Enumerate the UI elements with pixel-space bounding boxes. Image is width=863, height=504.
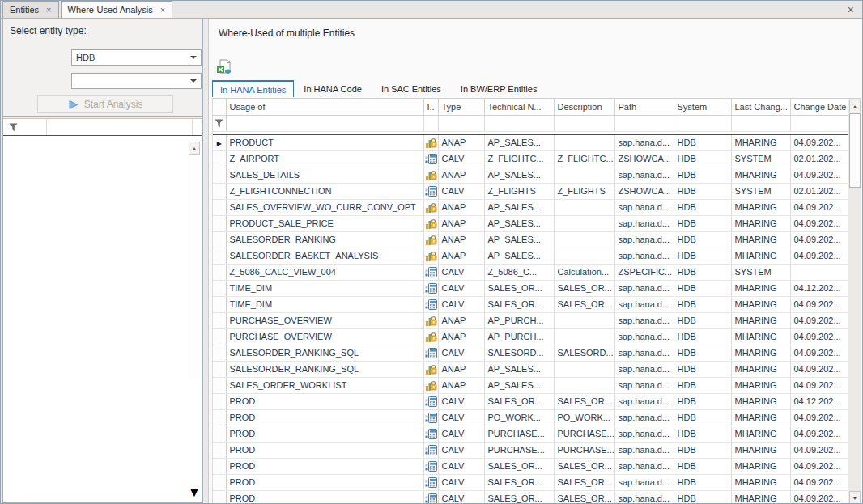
cell-technical[interactable]: Z_FLIGHTC... (484, 150, 554, 167)
cell-last-changed[interactable]: MHARING (731, 296, 790, 312)
cell-system[interactable]: HDB (674, 296, 731, 312)
filter-last-changed[interactable] (731, 115, 790, 131)
cell-description[interactable]: SALES_OR... (554, 393, 614, 409)
cell-type[interactable]: ANAP (438, 167, 484, 183)
cell-system[interactable]: HDB (674, 264, 731, 280)
cell-system[interactable]: HDB (674, 361, 731, 377)
cell-change-date[interactable]: 02.01.202... (790, 150, 849, 167)
entity-dropdown[interactable] (71, 73, 202, 89)
cell-type[interactable]: CALV (438, 393, 484, 409)
table-row[interactable]: ▶ SALES_ORDER_WORKLIST ANAP AP_SALES... … (213, 377, 849, 393)
cell-change-date[interactable]: 04.12.202... (790, 280, 849, 296)
cell-technical[interactable]: AP_PURCH... (484, 328, 554, 345)
cell-description[interactable]: PURCHASE... (554, 426, 614, 442)
cell-last-changed[interactable]: MHARING (731, 312, 790, 328)
cell-last-changed[interactable]: MHARING (731, 458, 790, 474)
filter-change-date[interactable] (790, 115, 849, 131)
cell-usage[interactable]: Z_AIRPORT (226, 150, 423, 167)
cell-change-date[interactable]: 04.09.202... (790, 199, 849, 215)
cell-path[interactable]: sap.hana.d... (614, 328, 674, 345)
filter-path[interactable] (614, 115, 674, 131)
cell-change-date[interactable]: 04.09.202... (790, 134, 849, 150)
table-row[interactable]: ▶ SALES_DETAILS ANAP AP_SALES... sap.han… (213, 167, 849, 183)
cell-change-date[interactable]: 04.09.202... (790, 328, 849, 345)
cell-system[interactable]: HDB (674, 199, 731, 215)
table-row[interactable]: ▶ Z_FLIGHTCONNECTION CALV Z_FLIGHTS Z_FL… (213, 183, 849, 199)
cell-system[interactable]: HDB (674, 490, 731, 504)
tab-in-sac-entities[interactable]: In SAC Entities (372, 80, 451, 97)
cell-technical[interactable]: AP_SALES... (484, 248, 554, 264)
cell-description[interactable] (554, 167, 614, 183)
cell-system[interactable]: HDB (674, 328, 731, 345)
cell-system[interactable]: HDB (674, 393, 731, 409)
tab-in-hana-entities[interactable]: In HANA Entities (212, 80, 294, 97)
table-row[interactable]: ▶ PROD CALV SALES_OR... SALES_OR... sap.… (213, 490, 849, 504)
cell-system[interactable]: HDB (674, 377, 731, 393)
cell-change-date[interactable]: 04.09.202... (790, 442, 849, 458)
cell-path[interactable]: sap.hana.d... (614, 426, 674, 442)
cell-description[interactable]: Z_FLIGHTC... (554, 150, 614, 167)
cell-last-changed[interactable]: MHARING (731, 361, 790, 377)
tab-entities[interactable]: Entities × (2, 1, 59, 18)
cell-change-date[interactable]: 04.09.202... (790, 361, 849, 377)
cell-last-changed[interactable]: SYSTEM (731, 264, 790, 280)
cell-path[interactable]: sap.hana.d... (614, 474, 674, 490)
header-icon-col[interactable]: I.. (423, 99, 438, 115)
cell-system[interactable]: HDB (674, 312, 731, 328)
cell-change-date[interactable]: 04.09.202... (790, 215, 849, 231)
cell-usage[interactable]: SALESORDER_BASKET_ANALYSIS (226, 248, 423, 264)
header-technical-name[interactable]: Technical N... (484, 99, 554, 115)
chevron-down-icon[interactable] (190, 79, 197, 83)
cell-path[interactable]: sap.hana.d... (614, 231, 674, 248)
scroll-down-icon[interactable]: ▼ (188, 485, 201, 500)
table-row[interactable]: ▶ PURCHASE_OVERVIEW ANAP AP_PURCH... sap… (213, 312, 849, 328)
table-row[interactable]: ▶ PROD CALV SALES_OR... SALES_OR... sap.… (213, 474, 849, 490)
cell-description[interactable]: Calculation... (554, 264, 614, 280)
cell-usage[interactable]: PROD (226, 426, 423, 442)
cell-description[interactable] (554, 248, 614, 264)
scroll-up-icon[interactable]: ▲ (189, 142, 200, 155)
cell-system[interactable]: HDB (674, 215, 731, 231)
cell-system[interactable]: HDB (674, 474, 731, 490)
cell-type[interactable]: CALV (438, 409, 484, 426)
cell-technical[interactable]: PURCHASE... (484, 442, 554, 458)
cell-type[interactable]: CALV (438, 426, 484, 442)
cell-usage[interactable]: PROD (226, 409, 423, 426)
cell-path[interactable]: sap.hana.d... (614, 280, 674, 296)
header-type[interactable]: Type (438, 99, 484, 115)
cell-change-date[interactable]: 04.09.202... (790, 296, 849, 312)
cell-technical[interactable]: AP_SALES... (484, 377, 554, 393)
table-row[interactable]: ▶ SALESORDER_RANKING_SQL CALV SALESORD..… (213, 345, 849, 361)
cell-last-changed[interactable]: MHARING (731, 409, 790, 426)
cell-technical[interactable]: SALES_OR... (484, 490, 554, 504)
grid-scrollbar[interactable]: ▲ ▼ (848, 99, 861, 504)
cell-usage[interactable]: PURCHASE_OVERVIEW (226, 312, 423, 328)
tab-in-bw-erp-entities[interactable]: In BW/ERP Entities (451, 80, 547, 97)
cell-usage[interactable]: SALES_ORDER_WORKLIST (226, 377, 423, 393)
cell-system[interactable]: HDB (674, 458, 731, 474)
cell-usage[interactable]: Z_5086_CALC_VIEW_004 (226, 264, 423, 280)
table-row[interactable]: ▶ Z_AIRPORT CALV Z_FLIGHTC... Z_FLIGHTC.… (213, 150, 849, 167)
cell-change-date[interactable]: 04.09.202... (790, 474, 849, 490)
cell-type[interactable]: CALV (438, 490, 484, 504)
cell-type[interactable]: CALV (438, 345, 484, 361)
cell-path[interactable]: sap.hana.d... (614, 393, 674, 409)
cell-description[interactable]: SALES_OR... (554, 474, 614, 490)
header-system[interactable]: System (674, 99, 731, 115)
cell-system[interactable]: HDB (674, 231, 731, 248)
cell-usage[interactable]: SALESORDER_RANKING_SQL (226, 345, 423, 361)
cell-type[interactable]: CALV (438, 442, 484, 458)
cell-description[interactable] (554, 215, 614, 231)
cell-description[interactable] (554, 377, 614, 393)
cell-type[interactable]: CALV (438, 458, 484, 474)
cell-type[interactable]: ANAP (438, 377, 484, 393)
filter-technical-name[interactable] (484, 115, 554, 131)
cell-type[interactable]: CALV (438, 150, 484, 167)
cell-path[interactable]: sap.hana.d... (614, 458, 674, 474)
filter-usage-of[interactable] (226, 115, 423, 131)
cell-description[interactable]: SALES_OR... (554, 280, 614, 296)
filter-icon-col[interactable] (423, 115, 438, 131)
cell-system[interactable]: HDB (674, 248, 731, 264)
cell-technical[interactable]: AP_SALES... (484, 215, 554, 231)
cell-usage[interactable]: PROD (226, 458, 423, 474)
